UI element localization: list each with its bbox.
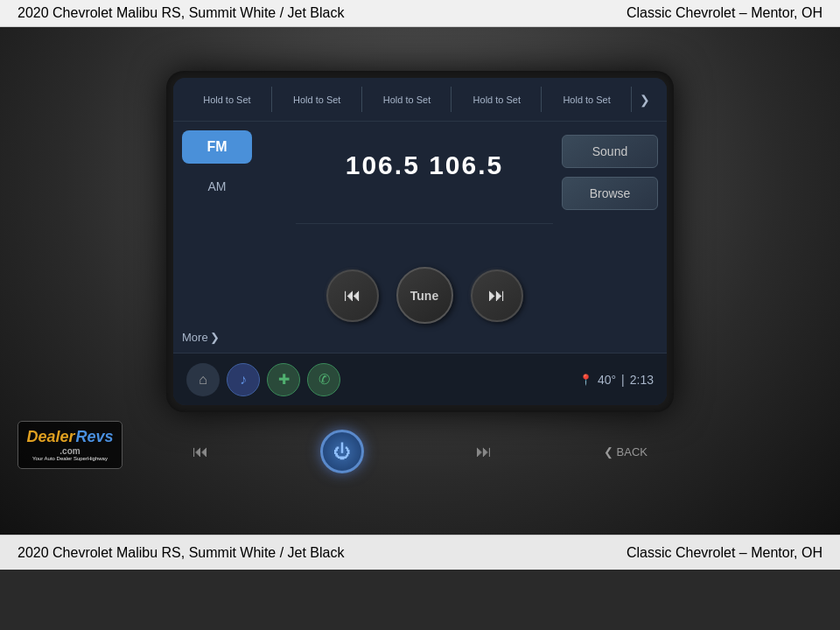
nav-bar: ⌂ ♪ ✚ ✆ 📍 40° | 2:13 [173, 353, 667, 405]
time-display: 2:13 [630, 373, 654, 387]
divider [296, 223, 553, 224]
top-bar-right: Classic Chevrolet – Mentor, OH [626, 5, 822, 21]
nav-phone-button[interactable]: ✆ [307, 363, 340, 396]
watermark-logo: Dealer [26, 429, 74, 444]
watermark-tagline: Your Auto Dealer SuperHighway [32, 456, 108, 463]
right-panel: Sound Browse [562, 130, 658, 344]
preset-next-icon[interactable]: ❯ [632, 93, 658, 107]
physical-controls: ⏮ ⏻ ⏭ ❮ BACK [166, 421, 674, 482]
screen-bezel: Hold to Set Hold to Set Hold to Set Hold… [166, 71, 674, 412]
center-panel: 106.5 106.5 ⏮ Tune ⏭ [296, 130, 553, 344]
preset-btn-4[interactable]: Hold to Set [452, 78, 542, 121]
nav-home-button[interactable]: ⌂ [186, 363, 220, 396]
top-bar: 2020 Chevrolet Malibu RS, Summit White /… [0, 0, 840, 27]
screen-display: Hold to Set Hold to Set Hold to Set Hold… [173, 78, 667, 405]
nav-apps-button[interactable]: ✚ [267, 363, 300, 396]
temperature-display: 40° [598, 373, 616, 387]
watermark: Dealer Revs .com Your Auto Dealer SuperH… [18, 421, 122, 469]
bottom-bar: 2020 Chevrolet Malibu RS, Summit White /… [0, 535, 840, 570]
photo-area: Hold to Set Hold to Set Hold to Set Hold… [0, 27, 840, 535]
tune-button[interactable]: Tune [396, 267, 453, 324]
more-button[interactable]: More ❯ [182, 331, 287, 344]
watermark-dot-com: .com [60, 446, 80, 456]
preset-btn-5[interactable]: Hold to Set [542, 78, 632, 121]
physical-next-button[interactable]: ⏭ [476, 443, 492, 461]
location-icon: 📍 [579, 374, 592, 386]
preset-btn-2[interactable]: Hold to Set [272, 78, 362, 121]
top-bar-left: 2020 Chevrolet Malibu RS, Summit White /… [18, 5, 344, 21]
physical-prev-button[interactable]: ⏮ [192, 443, 208, 461]
bottom-bar-right: Classic Chevrolet – Mentor, OH [626, 545, 822, 561]
preset-row: Hold to Set Hold to Set Hold to Set Hold… [173, 78, 667, 122]
nav-icons: ⌂ ♪ ✚ ✆ [186, 363, 340, 396]
browse-button[interactable]: Browse [562, 177, 658, 210]
time-separator: | [621, 373, 625, 387]
frequency-display: 106.5 106.5 [346, 150, 503, 180]
preset-btn-3[interactable]: Hold to Set [362, 78, 452, 121]
left-panel: FM AM More ❯ [182, 130, 287, 344]
sound-button[interactable]: Sound [562, 135, 658, 168]
next-button[interactable]: ⏭ [471, 270, 523, 322]
nav-music-button[interactable]: ♪ [227, 363, 260, 396]
preset-btn-1[interactable]: Hold to Set [182, 78, 272, 121]
fm-button[interactable]: FM [182, 130, 252, 164]
playback-controls: ⏮ Tune ⏭ [326, 267, 523, 324]
bottom-bar-left: 2020 Chevrolet Malibu RS, Summit White /… [18, 545, 344, 561]
am-button[interactable]: AM [182, 171, 252, 202]
physical-power-button[interactable]: ⏻ [320, 430, 364, 473]
nav-status: 📍 40° | 2:13 [579, 373, 654, 387]
main-content: FM AM More ❯ 106.5 106.5 ⏮ [173, 122, 667, 353]
physical-back-button[interactable]: ❮ BACK [604, 445, 648, 458]
watermark-logo-2: Revs [76, 428, 114, 446]
previous-button[interactable]: ⏮ [326, 270, 379, 322]
